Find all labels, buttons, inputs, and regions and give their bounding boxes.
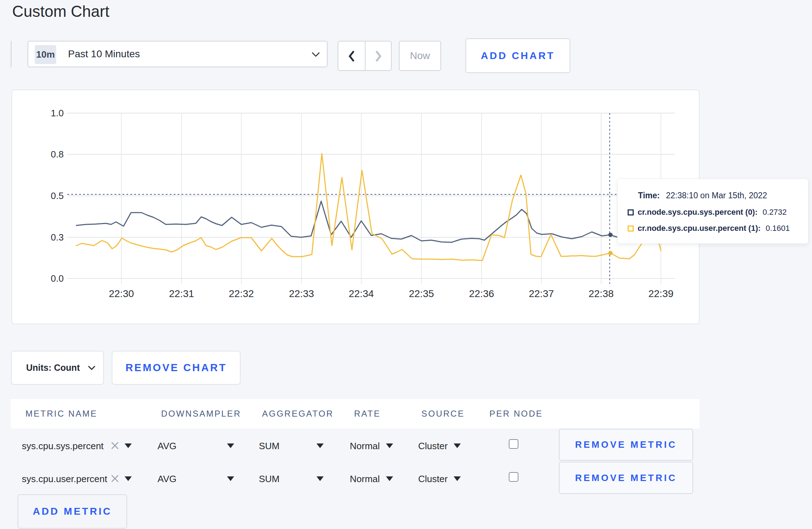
svg-text:1.0: 1.0 bbox=[51, 108, 64, 118]
svg-text:22:35: 22:35 bbox=[409, 288, 434, 299]
svg-text:22:38: 22:38 bbox=[589, 288, 614, 299]
svg-text:22:37: 22:37 bbox=[529, 288, 554, 299]
svg-text:22:32: 22:32 bbox=[229, 288, 254, 299]
svg-text:0.0: 0.0 bbox=[51, 273, 64, 284]
svg-text:22:34: 22:34 bbox=[349, 288, 374, 299]
svg-text:22:33: 22:33 bbox=[289, 288, 314, 299]
svg-text:22:36: 22:36 bbox=[469, 288, 494, 299]
svg-text:22:31: 22:31 bbox=[169, 288, 194, 299]
svg-text:0.3: 0.3 bbox=[51, 232, 64, 243]
svg-text:0.8: 0.8 bbox=[51, 149, 64, 160]
svg-text:0.5: 0.5 bbox=[51, 190, 64, 201]
svg-text:22:30: 22:30 bbox=[109, 288, 134, 299]
svg-text:22:39: 22:39 bbox=[648, 288, 673, 299]
